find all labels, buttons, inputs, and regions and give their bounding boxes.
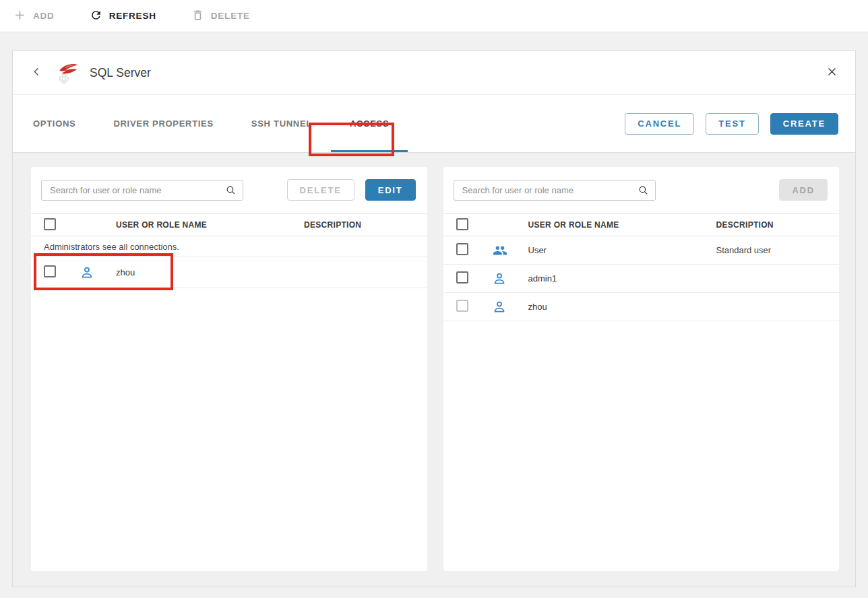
granted-table-header: USER OR ROLE NAME DESCRIPTION — [31, 213, 427, 236]
available-add-button[interactable]: ADD — [779, 179, 828, 201]
tab-options[interactable]: OPTIONS — [14, 95, 94, 152]
create-button[interactable]: CREATE — [770, 113, 838, 135]
dialog-title: SQL Server — [90, 66, 151, 80]
search-icon — [225, 185, 237, 199]
table-row-zhou[interactable]: zhou — [443, 293, 840, 321]
refresh-button-label: REFRESH — [109, 11, 156, 21]
table-row-granted-zhou[interactable]: zhou — [31, 257, 427, 288]
trash-icon — [191, 9, 204, 24]
tab-options-label: OPTIONS — [33, 119, 75, 129]
refresh-icon — [90, 9, 102, 24]
close-button[interactable] — [826, 66, 838, 79]
row-name: zhou — [528, 302, 716, 312]
access-content: DELETE EDIT USER OR ROLE NAME DESCRIPTIO… — [13, 153, 855, 587]
admin1-checkbox[interactable] — [456, 271, 468, 284]
tab-ssh-tunnel-label: SSH TUNNEL — [251, 119, 312, 129]
add-button-label: ADD — [33, 11, 55, 21]
available-users-toolbar: ADD — [443, 167, 840, 213]
tab-access[interactable]: ACCESS — [331, 95, 408, 152]
available-search — [454, 180, 656, 201]
delete-button[interactable]: DELETE — [191, 9, 250, 24]
chevron-left-icon — [32, 67, 42, 79]
dialog-actions: CANCEL TEST CREATE — [625, 95, 855, 152]
row-name: zhou — [116, 267, 304, 277]
plus-icon — [13, 9, 26, 24]
search-icon — [638, 185, 649, 199]
zhou-checkbox[interactable] — [456, 300, 468, 312]
user-icon — [80, 265, 116, 280]
available-table-header: USER OR ROLE NAME DESCRIPTION — [443, 213, 840, 236]
available-users-panel: ADD USER OR ROLE NAME DESCRIPTION User S… — [443, 167, 840, 571]
back-button[interactable] — [32, 67, 42, 79]
row-name: User — [528, 245, 716, 255]
top-toolbar: ADD REFRESH DELETE — [0, 0, 868, 32]
granted-col-name: USER OR ROLE NAME — [116, 220, 304, 230]
tab-ssh-tunnel[interactable]: SSH TUNNEL — [232, 95, 331, 152]
sql-server-logo — [55, 61, 80, 86]
delete-button-label: DELETE — [211, 11, 250, 21]
user-role-checkbox[interactable] — [456, 243, 468, 255]
granted-delete-button[interactable]: DELETE — [287, 179, 354, 201]
tab-driver-properties[interactable]: DRIVER PROPERTIES — [94, 95, 232, 152]
tab-access-label: ACCESS — [350, 119, 389, 129]
granted-users-toolbar: DELETE EDIT — [31, 167, 427, 213]
team-icon — [492, 243, 528, 258]
user-icon — [492, 271, 528, 286]
cancel-button[interactable]: CANCEL — [625, 113, 694, 135]
dialog-header: SQL Server — [13, 51, 855, 95]
test-button[interactable]: TEST — [706, 113, 758, 135]
row-description: Standard user — [716, 245, 840, 255]
available-col-description: DESCRIPTION — [716, 220, 840, 230]
user-icon — [492, 300, 528, 314]
granted-col-description: DESCRIPTION — [304, 220, 427, 230]
granted-users-panel: DELETE EDIT USER OR ROLE NAME DESCRIPTIO… — [31, 167, 427, 571]
granted-search — [41, 180, 243, 201]
add-button[interactable]: ADD — [13, 9, 55, 24]
table-row-admin1[interactable]: admin1 — [443, 265, 840, 293]
row-name: admin1 — [528, 273, 716, 284]
tab-strip: OPTIONS DRIVER PROPERTIES SSH TUNNEL ACC… — [13, 95, 855, 153]
close-icon — [826, 66, 838, 79]
tab-driver-properties-label: DRIVER PROPERTIES — [113, 119, 213, 129]
granted-edit-button[interactable]: EDIT — [365, 179, 416, 201]
available-search-input[interactable] — [454, 180, 656, 201]
table-row-user-role[interactable]: User Standard user — [443, 236, 840, 265]
available-col-name: USER OR ROLE NAME — [528, 220, 716, 230]
refresh-button[interactable]: REFRESH — [90, 9, 156, 24]
admins-info-row: Administrators see all connections. — [31, 236, 427, 257]
connection-dialog: SQL Server OPTIONS DRIVER PROPERTIES SSH… — [12, 51, 856, 587]
available-select-all-checkbox[interactable] — [456, 218, 468, 230]
granted-search-input[interactable] — [41, 180, 243, 201]
granted-select-all-checkbox[interactable] — [44, 218, 56, 230]
granted-zhou-checkbox[interactable] — [44, 265, 56, 277]
